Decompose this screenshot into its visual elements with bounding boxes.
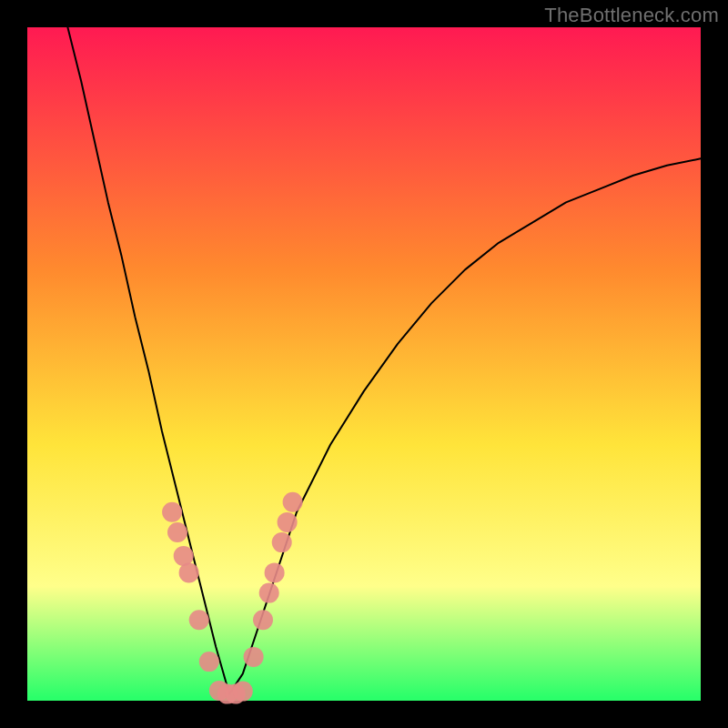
gradient-panel xyxy=(27,27,701,701)
curve-marker xyxy=(233,682,253,702)
curve-marker xyxy=(244,647,264,667)
curve-marker xyxy=(189,610,209,630)
curve-marker xyxy=(272,532,292,552)
curve-marker xyxy=(167,522,187,542)
curve-marker xyxy=(265,562,285,582)
curve-marker xyxy=(278,512,298,532)
curve-marker xyxy=(283,492,303,512)
curve-marker xyxy=(162,502,182,522)
chart-frame: TheBottleneck.com xyxy=(0,0,728,728)
curve-marker xyxy=(179,562,199,582)
curve-marker xyxy=(199,652,219,672)
chart-svg xyxy=(0,0,728,728)
curve-marker xyxy=(259,583,279,603)
curve-marker xyxy=(253,610,273,630)
